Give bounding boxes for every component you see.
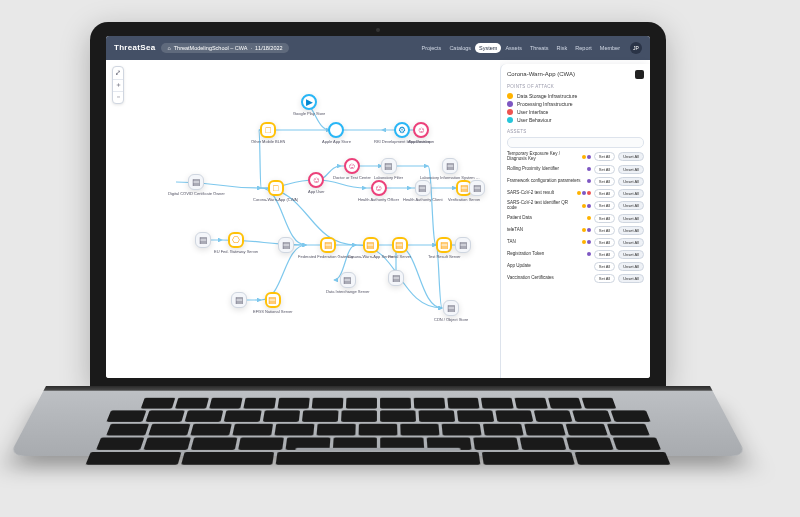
node-appuser[interactable]: ☺App User bbox=[308, 172, 325, 194]
node-icon: ▤ bbox=[455, 237, 471, 253]
node-label: Verification Server bbox=[448, 197, 480, 202]
app-screen: ThreatSea ⌂ ThreatModelingSchool – CWA ·… bbox=[106, 36, 650, 378]
asset-row: Registration TokenSet AllUnset All bbox=[507, 248, 644, 260]
asset-row: teleTANSet AllUnset All bbox=[507, 224, 644, 236]
unset-all-button[interactable]: Unset All bbox=[618, 214, 644, 223]
unset-all-button[interactable]: Unset All bbox=[618, 262, 644, 271]
node-label: App Developer bbox=[408, 139, 434, 144]
nav-assets[interactable]: Assets bbox=[501, 43, 526, 53]
node-fedsrv_db[interactable]: ▤ bbox=[278, 237, 294, 253]
node-label: EFGS National Server bbox=[253, 309, 293, 314]
poa-label: Data Storage Infrastructure bbox=[517, 93, 577, 99]
unset-all-button[interactable]: Unset All bbox=[618, 201, 644, 210]
nav-member[interactable]: Member bbox=[596, 43, 624, 53]
node-label: Other Mobile BLEN bbox=[251, 139, 285, 144]
set-all-button[interactable]: Set All bbox=[594, 214, 615, 223]
node-icon: ▤ bbox=[340, 272, 356, 288]
poa-color-dot bbox=[507, 117, 513, 123]
diagram-canvas[interactable]: ⤢ ＋ － ▶Google Play StoreApple App Store⚙… bbox=[106, 60, 500, 378]
nav-threats[interactable]: Threats bbox=[526, 43, 553, 53]
node-icon: ☺ bbox=[413, 122, 429, 138]
nav-system[interactable]: System bbox=[475, 43, 501, 53]
unset-all-button[interactable]: Unset All bbox=[618, 274, 644, 283]
node-icon: ☺ bbox=[371, 180, 387, 196]
unset-all-button[interactable]: Unset All bbox=[618, 238, 644, 247]
poa-item[interactable]: Processing Infrastructure bbox=[507, 100, 644, 108]
poa-item[interactable]: Data Storage Infrastructure bbox=[507, 92, 644, 100]
asset-row: Framework configuration parametersSet Al… bbox=[507, 175, 644, 187]
breadcrumb[interactable]: ⌂ ThreatModelingSchool – CWA · 11/18/202… bbox=[161, 43, 288, 53]
node-haoff[interactable]: ☺Health Authority Officer bbox=[358, 180, 399, 202]
laptop-screen-bezel: ThreatSea ⌂ ThreatModelingSchool – CWA ·… bbox=[90, 22, 666, 386]
unset-all-button[interactable]: Unset All bbox=[618, 177, 644, 186]
asset-row: Rolling Proximity IdentifierSet AllUnset… bbox=[507, 163, 644, 175]
node-label: Digital COVID Certificate Owner bbox=[168, 191, 225, 196]
node-dgcard[interactable]: ▤Digital COVID Certificate Owner bbox=[168, 174, 225, 196]
node-othermobile[interactable]: □Other Mobile BLEN bbox=[251, 122, 285, 144]
unset-all-button[interactable]: Unset All bbox=[618, 165, 644, 174]
set-all-button[interactable]: Set All bbox=[594, 238, 615, 247]
asset-name: Patient Data bbox=[507, 216, 584, 221]
asset-row: SARS-CoV-2 test identifier QR codeSet Al… bbox=[507, 199, 644, 212]
unset-all-button[interactable]: Unset All bbox=[618, 226, 644, 235]
set-all-button[interactable]: Set All bbox=[594, 165, 615, 174]
node-appdev[interactable]: ☺App Developer bbox=[408, 122, 434, 144]
node-icon: ▤ bbox=[442, 158, 458, 174]
node-appstore[interactable]: Apple App Store bbox=[322, 122, 351, 144]
node-testresult_db[interactable]: ▤ bbox=[455, 237, 471, 253]
app-header: ThreatSea ⌂ ThreatModelingSchool – CWA ·… bbox=[106, 36, 650, 60]
node-lis[interactable]: ▤Laboratory Information System (LIS) bbox=[420, 158, 480, 180]
node-doctor[interactable]: ☺Doctor or Test Center bbox=[333, 158, 371, 180]
node-icon: ▤ bbox=[188, 174, 204, 190]
node-efgs[interactable]: ⎔EU Fed. Gateway Server bbox=[214, 232, 258, 254]
node-icon: ▤ bbox=[278, 237, 294, 253]
set-all-button[interactable]: Set All bbox=[594, 250, 615, 259]
poa-item[interactable]: User Interface bbox=[507, 108, 644, 116]
node-icon: ▤ bbox=[320, 237, 336, 253]
asset-name: Registration Token bbox=[507, 252, 584, 257]
nav-report[interactable]: Report bbox=[571, 43, 596, 53]
breadcrumb-date: 11/18/2022 bbox=[255, 45, 283, 51]
set-all-button[interactable]: Set All bbox=[594, 274, 615, 283]
node-haclient[interactable]: ▤Health Authority Client bbox=[403, 180, 443, 202]
user-avatar[interactable]: JP bbox=[630, 42, 642, 54]
asset-poa-dots bbox=[587, 179, 591, 183]
unset-all-button[interactable]: Unset All bbox=[618, 152, 644, 161]
asset-poa-dots bbox=[587, 252, 591, 256]
poa-label: Processing Infrastructure bbox=[517, 101, 573, 107]
node-gplay[interactable]: ▶Google Play Store bbox=[293, 94, 325, 116]
node-cwaserver[interactable]: ▤Corona-Warn-App Server bbox=[348, 237, 393, 259]
set-all-button[interactable]: Set All bbox=[594, 189, 615, 198]
node-cwa[interactable]: □Corona-Warn-App (CWA) bbox=[253, 180, 298, 202]
node-icon: ▤ bbox=[392, 237, 408, 253]
node-label: Health Authority Officer bbox=[358, 197, 399, 202]
nav-projects[interactable]: Projects bbox=[418, 43, 446, 53]
node-portal[interactable]: ▤Portal Server bbox=[388, 237, 411, 259]
set-all-button[interactable]: Set All bbox=[594, 177, 615, 186]
node-efgs_db[interactable]: ▤ bbox=[195, 232, 211, 248]
unset-all-button[interactable]: Unset All bbox=[618, 189, 644, 198]
node-icon: ▤ bbox=[195, 232, 211, 248]
laptop-keyboard-deck bbox=[9, 386, 747, 456]
set-all-button[interactable]: Set All bbox=[594, 226, 615, 235]
unset-all-button[interactable]: Unset All bbox=[618, 250, 644, 259]
nav-risk[interactable]: Risk bbox=[553, 43, 572, 53]
nav-catalogs[interactable]: Catalogs bbox=[445, 43, 475, 53]
node-portal_db[interactable]: ▤ bbox=[388, 270, 404, 286]
node-verify_db[interactable]: ▤ bbox=[469, 180, 485, 196]
node-cdn[interactable]: ▤CDN / Object Store bbox=[434, 300, 468, 322]
node-label: EU Fed. Gateway Server bbox=[214, 249, 258, 254]
node-labfilter[interactable]: ▤Laboratory Filter bbox=[374, 158, 403, 180]
asset-name: App Update bbox=[507, 264, 588, 269]
node-efgsnat[interactable]: ▤EFGS National Server bbox=[253, 292, 293, 314]
node-label: App User bbox=[308, 189, 325, 194]
set-all-button[interactable]: Set All bbox=[594, 201, 615, 210]
node-label: Apple App Store bbox=[322, 139, 351, 144]
set-all-button[interactable]: Set All bbox=[594, 152, 615, 161]
asset-poa-dots bbox=[582, 155, 591, 159]
node-efgsnat_db[interactable]: ▤ bbox=[231, 292, 247, 308]
asset-search-input[interactable] bbox=[507, 137, 644, 148]
node-cwaserver_db[interactable]: ▤Data Interchange Server bbox=[326, 272, 370, 294]
set-all-button[interactable]: Set All bbox=[594, 262, 615, 271]
poa-item[interactable]: User Behaviour bbox=[507, 116, 644, 124]
